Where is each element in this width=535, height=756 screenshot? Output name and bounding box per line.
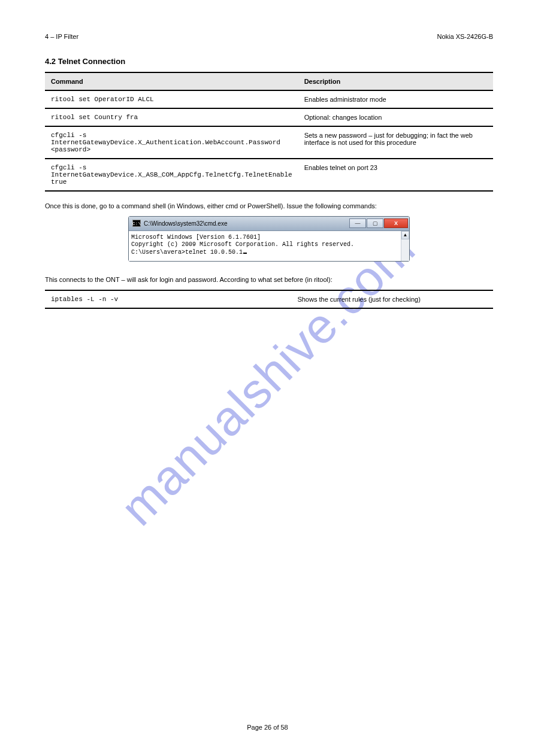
commands-table: Command Description ritool set OperatorI…	[45, 72, 493, 192]
cmd-cell: cfgcli -s InternetGatewayDevice.X_ASB_CO…	[45, 159, 298, 191]
desc-cell: Sets a new password – just for debugging…	[298, 126, 493, 159]
section-title: 4.2 Telnet Connection	[45, 57, 493, 66]
minimize-button[interactable]: —	[349, 218, 366, 228]
desc-cell: Enables administrator mode	[298, 90, 493, 108]
page-header: 4 – IP Filter Nokia XS-2426G-B	[45, 33, 493, 40]
cmd-cell: ritool set OperatorID ALCL	[45, 90, 298, 108]
desc-cell: Optional: changes location	[298, 108, 493, 126]
maximize-button[interactable]: ▢	[367, 218, 383, 228]
table-row: cfgcli -s InternetGatewayDevice.X_Authen…	[45, 126, 493, 159]
desc-cell: Shows the current rules (just for checki…	[291, 290, 493, 308]
terminal-title: C:\Windows\system32\cmd.exe	[144, 220, 349, 227]
paragraph: Once this is done, go to a command shell…	[45, 201, 493, 211]
paragraph: This connects to the ONT – will ask for …	[45, 275, 493, 285]
col-header-command: Command	[45, 72, 298, 90]
scroll-track[interactable]	[401, 239, 409, 262]
terminal-line: Microsoft Windows [Version 6.1.7601]	[131, 234, 407, 242]
cmd-cell: iptables -L -n -v	[45, 290, 291, 308]
page-footer: Page 26 of 58	[0, 724, 535, 731]
header-left: 4 – IP Filter	[45, 33, 78, 40]
terminal-titlebar: C:\ C:\Windows\system32\cmd.exe — ▢ X	[129, 217, 409, 231]
window-controls: — ▢ X	[349, 218, 408, 228]
terminal-line: Copyright (c) 2009 Microsoft Corporation…	[131, 241, 407, 249]
cursor-icon	[243, 253, 247, 254]
rules-table: iptables -L -n -v Shows the current rule…	[45, 290, 493, 309]
terminal-screenshot: C:\ C:\Windows\system32\cmd.exe — ▢ X ▲ …	[45, 216, 493, 262]
terminal-line: C:\Users\avera>telnet 10.0.50.1	[131, 249, 407, 257]
cmd-icon: C:\	[132, 220, 141, 227]
terminal-window: C:\ C:\Windows\system32\cmd.exe — ▢ X ▲ …	[128, 216, 410, 262]
cmd-cell: cfgcli -s InternetGatewayDevice.X_Authen…	[45, 126, 298, 159]
scroll-up-icon[interactable]: ▲	[401, 231, 409, 239]
terminal-body: ▲ Microsoft Windows [Version 6.1.7601] C…	[129, 231, 409, 262]
table-row: ritool set OperatorID ALCL Enables admin…	[45, 90, 493, 108]
scrollbar[interactable]: ▲	[401, 231, 409, 262]
table-row: ritool set Country fra Optional: changes…	[45, 108, 493, 126]
table-row: cfgcli -s InternetGatewayDevice.X_ASB_CO…	[45, 159, 493, 191]
header-right: Nokia XS-2426G-B	[437, 33, 493, 40]
page-content: 4 – IP Filter Nokia XS-2426G-B 4.2 Telne…	[0, 0, 535, 333]
table-row: iptables -L -n -v Shows the current rule…	[45, 290, 493, 308]
cmd-cell: ritool set Country fra	[45, 108, 298, 126]
col-header-description: Description	[298, 72, 493, 90]
desc-cell: Enables telnet on port 23	[298, 159, 493, 191]
close-button[interactable]: X	[384, 218, 408, 228]
